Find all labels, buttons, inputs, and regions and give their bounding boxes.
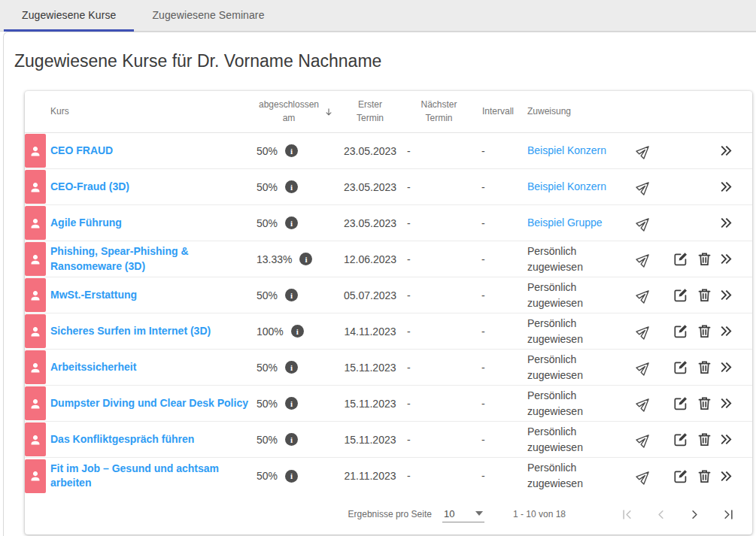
avatar bbox=[25, 278, 46, 312]
info-icon[interactable]: i bbox=[285, 433, 298, 446]
course-link[interactable]: CEO-Fraud (3D) bbox=[50, 180, 129, 194]
expand-row-button[interactable] bbox=[718, 323, 734, 339]
avatar bbox=[25, 459, 46, 493]
tab-zugewiesene-seminare[interactable]: Zugewiesene Seminare bbox=[134, 0, 282, 32]
first-date-cell: 14.11.2023 bbox=[338, 326, 402, 338]
course-link[interactable]: Das Konfliktgespräch führen bbox=[50, 432, 194, 447]
edit-icon bbox=[672, 468, 689, 485]
expand-row-button[interactable] bbox=[718, 179, 734, 195]
assignment-group-link[interactable]: Beispiel Konzern bbox=[527, 144, 606, 156]
course-link[interactable]: MwSt.-Erstattung bbox=[50, 288, 137, 302]
first-date-cell: 05.07.2023 bbox=[338, 289, 402, 301]
page-size-select[interactable]: 10 bbox=[442, 507, 484, 522]
next-date-cell: - bbox=[402, 217, 475, 229]
completed-percent: 50% bbox=[257, 289, 278, 301]
edit-button[interactable] bbox=[672, 286, 689, 304]
course-link[interactable]: CEO FRAUD bbox=[50, 144, 113, 158]
tab-zugewiesene-kurse[interactable]: Zugewiesene Kurse bbox=[4, 0, 134, 32]
edit-button[interactable] bbox=[672, 359, 689, 376]
previous-page-button[interactable] bbox=[654, 507, 668, 522]
send-button[interactable] bbox=[636, 359, 652, 375]
send-button[interactable] bbox=[636, 432, 652, 447]
course-link[interactable]: Fit im Job – Gesund und achtsam arbeiten bbox=[50, 462, 249, 491]
completed-percent: 13.33% bbox=[257, 253, 292, 265]
courses-table-card: Kurs abgeschlossen am Erster Termin Näch… bbox=[25, 91, 752, 534]
info-icon[interactable]: i bbox=[285, 470, 298, 483]
send-button[interactable] bbox=[636, 143, 652, 159]
edit-button[interactable] bbox=[672, 323, 689, 340]
completed-cell: 50% i bbox=[254, 289, 338, 301]
course-link[interactable]: Sicheres Surfen im Internet (3D) bbox=[50, 324, 211, 338]
completed-percent: 100% bbox=[257, 326, 284, 338]
send-button[interactable] bbox=[636, 395, 652, 411]
send-button[interactable] bbox=[636, 251, 652, 267]
row-actions bbox=[626, 277, 752, 313]
assignment-cell: Persönlich zugewiesen Persönlich zugewie… bbox=[521, 388, 626, 419]
send-button[interactable] bbox=[636, 215, 652, 231]
delete-button[interactable] bbox=[697, 323, 712, 339]
info-icon[interactable]: i bbox=[285, 217, 298, 229]
expand-row-button[interactable] bbox=[718, 215, 734, 231]
table-row: Arbeitssicherheit 50% i 15.11.2023 - - P… bbox=[25, 350, 752, 386]
course-link[interactable]: Agile Führung bbox=[50, 216, 122, 230]
info-icon[interactable]: i bbox=[285, 180, 298, 193]
first-page-button[interactable] bbox=[620, 507, 634, 522]
send-button[interactable] bbox=[636, 179, 652, 195]
delete-button[interactable] bbox=[697, 468, 712, 484]
edit-button[interactable] bbox=[672, 431, 689, 448]
expand-row-button[interactable] bbox=[718, 395, 734, 411]
expand-row-button[interactable] bbox=[718, 287, 734, 303]
edit-icon bbox=[672, 250, 689, 268]
completed-percent: 50% bbox=[257, 398, 278, 410]
edit-button[interactable] bbox=[672, 468, 689, 485]
last-page-button[interactable] bbox=[721, 507, 736, 522]
send-button[interactable] bbox=[636, 323, 652, 339]
send-button[interactable] bbox=[636, 468, 652, 484]
row-actions bbox=[626, 169, 752, 204]
table-row: Agile Führung 50% i 23.05.2023 - - Beisp… bbox=[25, 205, 752, 241]
avatar bbox=[25, 170, 46, 204]
info-icon[interactable]: i bbox=[285, 144, 298, 157]
course-link[interactable]: Arbeitssicherheit bbox=[50, 360, 136, 374]
column-header-abgeschlossen-am[interactable]: abgeschlossen am bbox=[254, 98, 338, 125]
edit-button[interactable] bbox=[672, 250, 689, 268]
next-page-button[interactable] bbox=[688, 507, 702, 522]
table-row: MwSt.-Erstattung 50% i 05.07.2023 - - Pe… bbox=[25, 277, 752, 313]
delete-button[interactable] bbox=[697, 251, 712, 267]
info-icon[interactable]: i bbox=[285, 397, 298, 410]
interval-cell: - bbox=[475, 470, 521, 482]
delete-button[interactable] bbox=[697, 395, 712, 411]
trash-icon bbox=[697, 468, 712, 484]
course-cell: Sicheres Surfen im Internet (3D) bbox=[46, 324, 254, 338]
next-date-cell: - bbox=[402, 362, 475, 374]
send-button[interactable] bbox=[636, 287, 652, 303]
tab-bar: Zugewiesene Kurse Zugewiesene Seminare bbox=[0, 0, 756, 32]
double-chevron-right-icon bbox=[718, 179, 734, 195]
first-date-cell: 21.11.2023 bbox=[338, 470, 402, 482]
info-icon[interactable]: i bbox=[285, 289, 298, 301]
delete-button[interactable] bbox=[697, 359, 712, 375]
expand-row-button[interactable] bbox=[718, 359, 734, 375]
delete-button[interactable] bbox=[697, 432, 712, 447]
trash-icon bbox=[697, 287, 712, 303]
assignment-group-link[interactable]: Beispiel Konzern bbox=[527, 180, 606, 192]
info-icon[interactable]: i bbox=[291, 325, 304, 338]
course-link[interactable]: Dumpster Diving und Clear Desk Policy bbox=[50, 396, 248, 410]
expand-row-button[interactable] bbox=[718, 143, 734, 159]
info-icon[interactable]: i bbox=[285, 361, 298, 374]
table-row: CEO-Fraud (3D) 50% i 23.05.2023 - - Beis… bbox=[25, 169, 752, 205]
completed-cell: 50% i bbox=[254, 361, 338, 374]
edit-icon bbox=[672, 359, 689, 376]
table-row: Phishing, Spear-Phishing & Ransomeware (… bbox=[25, 241, 752, 277]
expand-row-button[interactable] bbox=[718, 432, 734, 447]
course-link[interactable]: Phishing, Spear-Phishing & Ransomeware (… bbox=[50, 244, 249, 274]
info-icon[interactable]: i bbox=[299, 253, 312, 265]
delete-button[interactable] bbox=[697, 287, 712, 303]
last-page-icon bbox=[721, 507, 736, 522]
double-chevron-right-icon bbox=[718, 323, 734, 339]
expand-row-button[interactable] bbox=[718, 251, 734, 267]
sort-desc-arrow-icon[interactable] bbox=[323, 107, 334, 117]
assignment-group-link[interactable]: Beispiel Gruppe bbox=[527, 217, 603, 229]
edit-button[interactable] bbox=[672, 395, 689, 412]
expand-row-button[interactable] bbox=[718, 468, 734, 484]
